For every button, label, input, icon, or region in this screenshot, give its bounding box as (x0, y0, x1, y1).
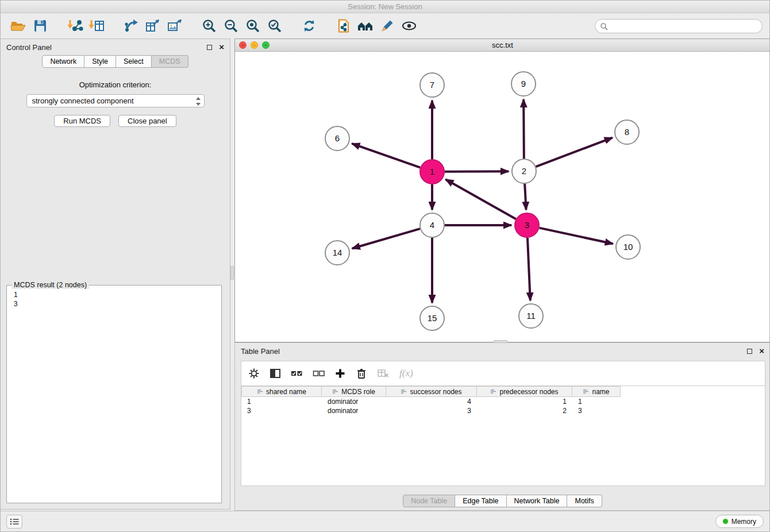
tab-style[interactable]: Style (84, 55, 116, 68)
zoom-selected-button[interactable] (264, 16, 286, 36)
graph-node-15[interactable]: 15 (420, 306, 444, 330)
graph-node-7[interactable]: 7 (420, 73, 444, 97)
tab-network-table[interactable]: Network Table (507, 495, 568, 507)
zoom-out-button[interactable] (220, 16, 242, 36)
columns-icon (270, 368, 281, 379)
tab-select[interactable]: Select (116, 55, 152, 68)
import-table-button[interactable] (86, 16, 107, 36)
graph-edge-1-6[interactable] (352, 144, 420, 168)
vertical-splitter-handle[interactable] (230, 266, 234, 280)
mcds-result-line: 3 (14, 299, 214, 309)
open-folder-icon (10, 18, 27, 33)
deselect-all-icon (313, 368, 325, 379)
graph-node-label: 9 (521, 79, 526, 88)
graph-edge-2-3[interactable] (525, 184, 526, 210)
graph-edge-2-9[interactable] (523, 99, 524, 159)
tab-mcds[interactable]: MCDS (152, 55, 188, 68)
network-canvas[interactable]: 1234678910111415 (235, 52, 770, 342)
export-network-button[interactable] (120, 16, 142, 36)
search-icon (600, 22, 608, 30)
export-table-button[interactable] (142, 16, 164, 36)
apply-layout-button[interactable] (298, 16, 320, 36)
run-mcds-button[interactable]: Run MCDS (54, 115, 110, 127)
column-header-name[interactable]: name (572, 386, 621, 397)
table-cell: 1 (572, 397, 621, 406)
open-session-button[interactable] (7, 16, 29, 36)
graph-edge-3-1[interactable] (446, 179, 516, 219)
tab-node-table[interactable]: Node Table (403, 495, 455, 507)
graph-node-10[interactable]: 10 (616, 235, 640, 259)
task-history-button[interactable] (6, 515, 22, 529)
export-image-icon (167, 18, 183, 33)
table-settings-button[interactable] (248, 368, 260, 379)
zoom-in-button[interactable] (198, 16, 220, 36)
graph-node-11[interactable]: 11 (519, 304, 543, 328)
column-header-successor-nodes[interactable]: successor nodes (386, 386, 477, 397)
table-toolbar: f(x) (241, 361, 765, 385)
import-network-icon (66, 18, 83, 33)
show-columns-button[interactable] (270, 368, 281, 379)
control-panel-tabs: Network Style Select MCDS (1, 55, 230, 68)
search-field-wrap (595, 19, 763, 33)
export-image-button[interactable] (164, 16, 186, 36)
graph-edge-3-10[interactable] (540, 228, 613, 244)
graph-edge-1-2[interactable] (445, 171, 509, 172)
tab-edge-table[interactable]: Edge Table (455, 495, 506, 507)
criterion-dropdown[interactable]: strongly connected component (26, 94, 205, 107)
select-all-rows-button[interactable] (291, 368, 303, 379)
graph-edge-3-11[interactable] (528, 238, 530, 300)
delete-columns-button[interactable] (356, 368, 367, 379)
graph-node-2[interactable]: 2 (512, 159, 536, 183)
save-icon (33, 18, 48, 33)
close-window-button[interactable]: × (239, 41, 247, 49)
column-header-mcds-role[interactable]: MCDS role (322, 386, 386, 397)
graph-edge-4-14[interactable] (352, 229, 420, 248)
import-network-button[interactable] (64, 16, 86, 36)
close-table-panel-icon[interactable]: × (759, 348, 764, 354)
memory-button[interactable]: Memory (715, 515, 764, 528)
graph-node-14[interactable]: 14 (325, 241, 349, 265)
save-session-button[interactable] (29, 16, 51, 36)
tab-motifs[interactable]: Motifs (567, 495, 602, 507)
hide-graphics-details-button[interactable] (355, 16, 376, 36)
zoom-fit-button[interactable] (242, 16, 264, 36)
graph-node-6[interactable]: 6 (325, 126, 349, 151)
column-header-predecessor-nodes[interactable]: predecessor nodes (477, 386, 572, 397)
table-cell: dominator (322, 406, 386, 415)
graph-edge-2-8[interactable] (536, 138, 613, 167)
show-graphics-details-button[interactable] (398, 16, 420, 36)
apply-style-button[interactable] (376, 16, 398, 36)
graph-node-4[interactable]: 4 (420, 213, 444, 237)
graph-node-3[interactable]: 3 (515, 213, 539, 237)
close-panel-icon[interactable]: × (219, 44, 224, 50)
minimize-window-button[interactable]: − (251, 41, 258, 49)
graph-node-label: 6 (335, 133, 340, 143)
deselect-all-rows-button[interactable] (313, 368, 325, 379)
maximize-window-button[interactable]: + (262, 41, 270, 49)
tab-network[interactable]: Network (42, 55, 84, 68)
houses-icon (357, 18, 374, 33)
search-input[interactable] (595, 19, 763, 33)
add-column-button[interactable] (334, 368, 346, 379)
graph-node-label: 14 (333, 248, 342, 257)
float-table-panel-icon[interactable] (747, 349, 752, 354)
zoom-selected-icon (267, 18, 282, 33)
select-all-icon (291, 368, 303, 379)
close-panel-button[interactable]: Close panel (118, 115, 176, 127)
graph-node-1[interactable]: 1 (420, 160, 444, 184)
graph-node-8[interactable]: 8 (615, 120, 639, 144)
control-panel: Control Panel × Network Style Select MCD… (1, 38, 230, 510)
table-panel-tabs: Node Table Edge Table Network Table Moti… (403, 495, 602, 507)
node-table-body: 1dominator4113dominator323 (241, 397, 765, 415)
table-cell: 4 (386, 397, 477, 406)
graph-node-9[interactable]: 9 (511, 72, 536, 96)
table-row[interactable]: 3dominator323 (241, 406, 765, 415)
new-network-from-selection-button[interactable] (333, 16, 355, 36)
delete-table-button[interactable] (377, 368, 390, 379)
column-header-shared-name[interactable]: shared name (241, 386, 322, 397)
table-row[interactable]: 1dominator411 (241, 397, 765, 406)
table-cell: 3 (241, 406, 322, 415)
float-panel-icon[interactable] (207, 45, 212, 50)
function-builder-button[interactable]: f(x) (399, 368, 413, 379)
network-view-window: × − + scc.txt 1234678910111415 (234, 38, 770, 342)
